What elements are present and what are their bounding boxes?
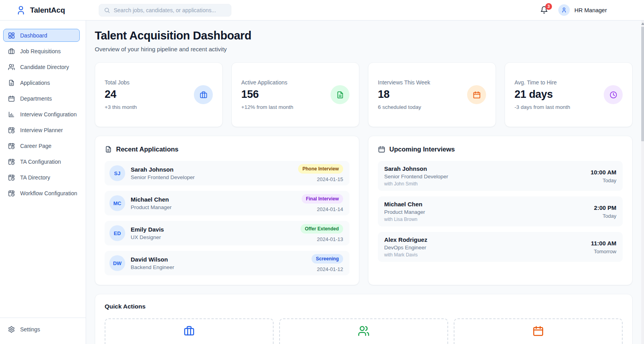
calendar-clock-icon xyxy=(8,158,15,165)
panel-header: Recent Applications xyxy=(105,146,349,153)
calendar-icon xyxy=(378,146,385,153)
candidate-name: Michael Chen xyxy=(131,196,172,203)
candidate-name: David Wilson xyxy=(131,256,174,263)
quick-action-post-job[interactable] xyxy=(105,318,274,344)
stat-card-avg-time-to-hire: Avg. Time to Hire 21 days -3 days from l… xyxy=(505,62,633,127)
panel-header: Upcoming Interviews xyxy=(378,146,623,153)
sidebar-item-settings[interactable]: Settings xyxy=(3,323,80,336)
dashboard-icon xyxy=(8,32,15,39)
sidebar-item-job-requisitions[interactable]: Job Requisitions xyxy=(3,45,80,58)
candidate-role: Backend Engineer xyxy=(131,264,174,270)
candidate-role: Senior Frontend Developer xyxy=(384,174,448,179)
application-row[interactable]: SJ Sarah Johnson Senior Frontend Develop… xyxy=(105,161,349,185)
quick-action-schedule-interview[interactable] xyxy=(454,318,623,344)
sidebar-item-label: Interview Configuration xyxy=(20,111,77,118)
candidate-role: Senior Frontend Developer xyxy=(131,174,195,180)
briefcase-icon xyxy=(8,48,15,55)
application-date: 2024-01-13 xyxy=(317,236,344,242)
interview-row[interactable]: Alex Rodriguez DevOps Engineer with Mark… xyxy=(378,232,623,262)
avatar xyxy=(558,4,570,16)
sidebar-item-label: Settings xyxy=(20,326,40,333)
panels-row: Recent Applications SJ Sarah Johnson Sen… xyxy=(95,136,633,285)
sidebar-item-label: Applications xyxy=(20,80,50,86)
stat-value: 18 xyxy=(378,88,430,101)
file-text-icon xyxy=(105,146,112,153)
stat-subtext: +3 this month xyxy=(105,104,137,110)
top-bar: TalentAcq 3 HR Manager xyxy=(0,0,644,21)
calendar-icon xyxy=(473,91,481,99)
sidebar: Dashboard Job Requisitions Candidate Dir… xyxy=(0,21,86,344)
sidebar-item-label: Interview Planner xyxy=(20,127,63,133)
quick-actions-grid xyxy=(105,318,623,344)
quick-action-add-candidate[interactable] xyxy=(279,318,448,344)
avatar: ED xyxy=(109,225,125,241)
sidebar-footer: Settings xyxy=(0,318,86,344)
notifications-button[interactable]: 3 xyxy=(540,6,549,15)
status-badge: Phone Interview xyxy=(298,164,343,174)
sidebar-item-dashboard[interactable]: Dashboard xyxy=(3,29,80,42)
stat-card-active-applications: Active Applications 156 +12% from last m… xyxy=(231,62,359,127)
sidebar-item-interview-configuration[interactable]: Interview Configuration xyxy=(3,108,80,121)
stat-card-interviews-this-week: Interviews This Week 18 6 scheduled toda… xyxy=(368,62,496,127)
sidebar-item-label: Dashboard xyxy=(20,32,47,39)
sidebar-item-candidate-directory[interactable]: Candidate Directory xyxy=(3,60,80,73)
stat-label: Interviews This Week xyxy=(378,79,430,86)
stat-label: Active Applications xyxy=(241,79,293,86)
candidate-name: Alex Rodriguez xyxy=(384,236,427,243)
sidebar-spacer xyxy=(0,202,86,318)
interviewer: with Lisa Brown xyxy=(384,217,425,222)
user-menu[interactable]: HR Manager xyxy=(558,4,607,16)
brand-name: TalentAcq xyxy=(30,6,65,15)
interviewer: with John Smith xyxy=(384,181,448,187)
page-title: Talent Acquisition Dashboard xyxy=(95,29,633,42)
sidebar-item-label: Career Page xyxy=(20,143,51,149)
interview-row[interactable]: Michael Chen Product Manager with Lisa B… xyxy=(378,196,623,226)
status-badge: Offer Extended xyxy=(300,224,343,234)
topbar-right: 3 HR Manager xyxy=(540,4,644,16)
stat-value: 156 xyxy=(241,88,293,101)
sidebar-item-ta-directory[interactable]: TA Directory xyxy=(3,171,80,184)
interview-row[interactable]: Sarah Johnson Senior Frontend Developer … xyxy=(378,161,623,191)
candidate-name: Sarah Johnson xyxy=(131,166,195,173)
stat-value: 21 days xyxy=(514,88,570,101)
panel-title: Upcoming Interviews xyxy=(389,146,455,153)
sidebar-item-label: Candidate Directory xyxy=(20,64,69,70)
search-bar[interactable] xyxy=(99,4,231,17)
vertical-scrollbar[interactable] xyxy=(641,21,644,344)
stat-icon-circle xyxy=(604,85,623,104)
stat-card-total-jobs: Total Jobs 24 +3 this month xyxy=(95,62,223,127)
scrollbar-thumb[interactable] xyxy=(641,27,644,141)
quick-actions-title: Quick Actions xyxy=(105,303,623,310)
interview-time: 10:00 AM xyxy=(591,169,616,176)
stat-value: 24 xyxy=(105,88,137,101)
interview-day: Tomorrow xyxy=(594,249,616,254)
application-row[interactable]: ED Emily Davis UX Designer Offer Extende… xyxy=(105,221,349,245)
sidebar-item-departments[interactable]: Departments xyxy=(3,92,80,105)
application-row[interactable]: MC Michael Chen Product Manager Final In… xyxy=(105,191,349,215)
status-badge: Screening xyxy=(312,254,343,264)
briefcase-icon xyxy=(199,91,208,99)
brand: TalentAcq xyxy=(0,5,86,15)
stat-icon-circle xyxy=(330,85,349,104)
avatar: DW xyxy=(109,255,125,271)
application-date: 2024-01-14 xyxy=(317,206,344,212)
sidebar-item-label: Job Requisitions xyxy=(20,48,61,54)
scrollbar-up-arrow-icon[interactable] xyxy=(641,22,644,25)
interview-time: 11:00 AM xyxy=(591,240,616,247)
candidate-name: Sarah Johnson xyxy=(384,165,448,172)
avatar: SJ xyxy=(109,165,125,181)
calendar-clock-icon xyxy=(8,190,15,197)
search-input[interactable] xyxy=(114,7,226,13)
calendar-clock-icon xyxy=(8,127,15,134)
sidebar-item-ta-configuration[interactable]: TA Configuration xyxy=(3,155,80,168)
candidate-role: Product Manager xyxy=(384,209,425,215)
clock-icon xyxy=(609,91,618,99)
sidebar-item-interview-planner[interactable]: Interview Planner xyxy=(3,123,80,136)
stat-label: Avg. Time to Hire xyxy=(514,79,570,86)
status-badge: Final Interview xyxy=(302,194,343,204)
application-row[interactable]: DW David Wilson Backend Engineer Screeni… xyxy=(105,251,349,275)
sidebar-item-career-page[interactable]: Career Page xyxy=(3,139,80,152)
sidebar-item-workflow-configuration[interactable]: Workflow Configuration xyxy=(3,187,80,200)
candidate-role: UX Designer xyxy=(131,234,164,240)
sidebar-item-applications[interactable]: Applications xyxy=(3,76,80,89)
